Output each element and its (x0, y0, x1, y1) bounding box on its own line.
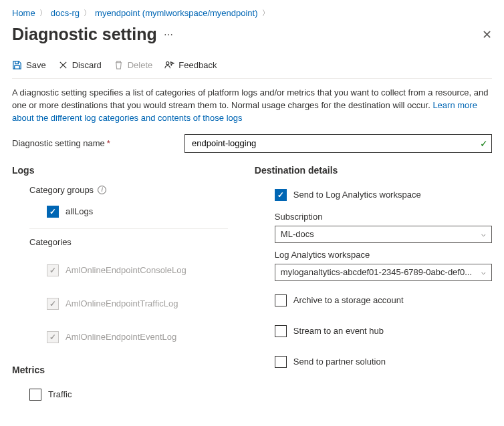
save-icon (12, 60, 22, 70)
workspace-select[interactable]: myloganaltytics-abcdef01-2345-6789-0abc-… (275, 264, 492, 281)
setting-name-label: Diagnostic setting name* (12, 138, 179, 148)
delete-icon (114, 60, 124, 70)
breadcrumb-home[interactable]: Home (12, 8, 35, 18)
delete-button: Delete (114, 60, 153, 70)
category-event-log-checkbox (47, 331, 59, 343)
traffic-metric-checkbox[interactable] (29, 389, 41, 401)
breadcrumb: Home 〉 docs-rg 〉 myendpoint (mymlworkspa… (12, 5, 492, 25)
page-title: Diagnostic setting (12, 25, 157, 44)
delete-label: Delete (128, 60, 153, 70)
discard-button[interactable]: Discard (58, 60, 102, 70)
partner-solution-label: Send to partner solution (293, 357, 386, 367)
divider (29, 228, 228, 229)
discard-label: Discard (72, 60, 102, 70)
chevron-down-icon: ⌵ (481, 230, 486, 238)
svg-point-0 (166, 62, 169, 65)
feedback-label: Feedback (178, 60, 217, 70)
categories-label: Categories (29, 237, 72, 247)
category-traffic-log-checkbox (47, 298, 59, 310)
workspace-label: Log Analytics workspace (275, 243, 492, 264)
breadcrumb-endpoint[interactable]: myendpoint (mymlworkspace/myendpoint) (95, 8, 257, 18)
archive-storage-checkbox[interactable] (275, 294, 287, 306)
partner-solution-checkbox[interactable] (275, 356, 287, 368)
stream-eventhub-label: Stream to an event hub (293, 326, 384, 336)
destination-heading: Destination details (255, 165, 492, 185)
stream-eventhub-checkbox[interactable] (275, 325, 287, 337)
valid-check-icon: ✓ (480, 138, 488, 149)
setting-name-input[interactable] (184, 134, 492, 153)
category-console-log-label: AmlOnlineEndpointConsoleLog (66, 265, 186, 275)
send-log-analytics-checkbox[interactable] (275, 189, 287, 201)
more-menu-icon[interactable]: ⋯ (164, 29, 174, 40)
category-event-log-label: AmlOnlineEndpointEventLog (66, 332, 176, 342)
traffic-metric-label: Traffic (48, 389, 72, 399)
all-logs-checkbox[interactable] (47, 206, 59, 218)
discard-icon (58, 60, 68, 70)
breadcrumb-rg[interactable]: docs-rg (51, 8, 80, 18)
subscription-value: ML-docs (281, 229, 314, 239)
close-button[interactable]: ✕ (482, 27, 492, 42)
description-text: A diagnostic setting specifies a list of… (12, 79, 492, 134)
chevron-right-icon: 〉 (39, 8, 47, 18)
category-groups-label: Category groups (29, 185, 94, 195)
feedback-button[interactable]: Feedback (164, 60, 217, 70)
all-logs-label: allLogs (66, 206, 93, 216)
subscription-select[interactable]: ML-docs ⌵ (275, 226, 492, 243)
logs-heading: Logs (12, 165, 228, 185)
chevron-right-icon: 〉 (84, 8, 91, 18)
feedback-icon (164, 60, 174, 70)
subscription-label: Subscription (275, 205, 492, 226)
category-console-log-checkbox (47, 264, 59, 276)
command-bar: Save Discard Delete Feedback (12, 56, 492, 79)
archive-storage-label: Archive to a storage account (293, 295, 404, 305)
chevron-right-icon: 〉 (262, 8, 269, 18)
send-log-analytics-label: Send to Log Analytics workspace (293, 190, 421, 200)
workspace-value: myloganaltytics-abcdef01-2345-6789-0abc-… (281, 267, 472, 277)
save-label: Save (26, 60, 46, 70)
metrics-heading: Metrics (12, 354, 228, 385)
category-traffic-log-label: AmlOnlineEndpointTrafficLog (66, 298, 178, 308)
save-button[interactable]: Save (12, 60, 46, 70)
chevron-down-icon: ⌵ (481, 268, 486, 276)
info-icon[interactable]: i (98, 186, 106, 194)
